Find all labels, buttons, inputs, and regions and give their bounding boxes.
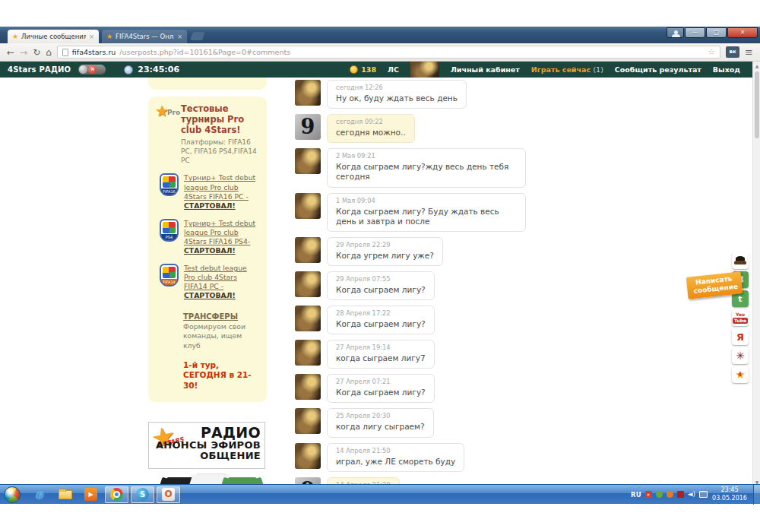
- show-desktop-button[interactable]: [753, 485, 760, 505]
- coins-count: 138: [361, 65, 376, 74]
- tray-antivirus-icon[interactable]: ×: [645, 491, 652, 498]
- favicon-star-icon: ★: [12, 33, 18, 40]
- chat-message: сегодня 12:26 Ну ок, буду ждать весь ден…: [295, 80, 532, 109]
- taskbar-explorer-icon[interactable]: [53, 486, 77, 504]
- nav-play-now[interactable]: Играть сейчас (1): [531, 65, 603, 74]
- menu-icon[interactable]: ≡: [745, 46, 753, 58]
- message-bubble: 27 Апреля 07:21 Когда сыграем лигу?: [327, 374, 435, 403]
- tournament-link[interactable]: Test debut league Pro club 4Stars FIFA14…: [184, 264, 247, 290]
- message-bubble: сегодня 09:22 сегодня можно..: [327, 114, 415, 143]
- tournament-link[interactable]: Турнир+ Test debut league Pro club 4Star…: [184, 219, 255, 245]
- user-avatar[interactable]: [295, 193, 321, 219]
- tray-volume-icon[interactable]: ◄): [688, 491, 695, 498]
- tab-close-icon[interactable]: ×: [177, 33, 182, 40]
- user-avatar[interactable]: [410, 62, 439, 78]
- start-button[interactable]: [4, 486, 21, 503]
- tab-fifa4stars[interactable]: ★ FIFA4Stars — Онлайн Ту ×: [102, 30, 187, 43]
- user-avatar[interactable]: [295, 80, 321, 106]
- network-icon[interactable]: [699, 491, 708, 498]
- vk-extension-icon[interactable]: вк: [726, 46, 739, 58]
- user-avatar[interactable]: [295, 408, 321, 434]
- nav-personal-cabinet[interactable]: Личный кабинет: [451, 65, 520, 74]
- ship-wheel-icon[interactable]: ✳: [732, 347, 749, 364]
- maximize-button[interactable]: □: [706, 27, 727, 38]
- nav-logout[interactable]: Выход: [713, 65, 740, 74]
- tournament-link[interactable]: Турнир+ Test debut league Pro club 4Star…: [184, 173, 255, 200]
- user-avatar[interactable]: 9: [295, 114, 321, 140]
- user-avatar[interactable]: [295, 271, 321, 297]
- taskbar-clock[interactable]: 23:45 03.05.2016: [711, 486, 748, 502]
- tab-messages[interactable]: ★ Личные сообщения Тем ×: [8, 30, 99, 43]
- banner-line: ОБЩЕНИЕ: [156, 451, 261, 461]
- site-header: 4Stars РАДИО × 23:45:06 138 ЛС Личный ка…: [0, 62, 760, 78]
- minimize-button[interactable]: —: [685, 27, 705, 38]
- back-icon[interactable]: ←: [7, 48, 14, 57]
- tournament-item: FIFA14 Test debut league Pro club 4Stars…: [160, 264, 260, 300]
- scroll-up-icon[interactable]: ▲: [753, 63, 760, 68]
- close-button[interactable]: ×: [727, 27, 758, 38]
- forward-icon[interactable]: →: [20, 48, 27, 57]
- language-indicator[interactable]: RU: [631, 491, 641, 499]
- message-text: Когда сыграем лигу?: [336, 319, 426, 329]
- address-bar[interactable]: fifa4stars.ru /userposts.php?id=10161&Pa…: [57, 46, 720, 59]
- pro-club-logo-icon: ★ Pro: [155, 104, 181, 135]
- page-scrollbar[interactable]: ▲ ▼: [752, 62, 760, 486]
- tab-title: Личные сообщения Тем: [21, 33, 86, 40]
- tournament-title: Тестовые турниры Pro club 4Stars!: [181, 104, 260, 135]
- taskbar-mediaplayer-icon[interactable]: ▶: [79, 486, 103, 504]
- profile-button[interactable]: [667, 27, 684, 38]
- message-bubble: 2 Мая 09:21 Когда сыграем лигу?жду весь …: [327, 148, 526, 187]
- tab-strip: ★ Личные сообщения Тем × ★ FIFA4Stars — …: [0, 27, 760, 43]
- transfers-link[interactable]: ТРАНСФЕРЫ: [183, 312, 238, 321]
- coins-balance[interactable]: 138: [350, 65, 376, 74]
- user-avatar[interactable]: [295, 237, 321, 263]
- message-bubble: 14 Апреля 21:50 играл, уже ЛЕ смореть бу…: [327, 443, 464, 472]
- message-text: Когда сыграем лигу? Буду ждать весь день…: [336, 207, 517, 226]
- refresh-icon[interactable]: ↻: [33, 48, 40, 57]
- captain-hat-icon[interactable]: [732, 252, 749, 269]
- chat-message: 29 Апреля 07:55 Когда сыграем лигу?: [295, 271, 532, 300]
- tray-red-icon[interactable]: [677, 491, 684, 498]
- radio-stop-icon[interactable]: ×: [88, 65, 97, 74]
- new-tab-button[interactable]: [190, 32, 205, 40]
- user-avatar[interactable]: [295, 443, 321, 469]
- taskbar-ie-icon[interactable]: e: [27, 486, 51, 504]
- home-icon[interactable]: ⌂: [46, 48, 52, 57]
- favicon-star-icon: ★: [106, 33, 112, 40]
- nav-private-messages[interactable]: ЛС: [388, 65, 399, 74]
- radio-play-icon[interactable]: [79, 65, 87, 74]
- taskbar-chrome-icon[interactable]: [105, 486, 128, 503]
- message-text: когда лигу сыграем?: [336, 422, 425, 432]
- user-avatar[interactable]: [295, 340, 321, 366]
- tournament-status: СТАРТОВАЛ!: [184, 246, 236, 255]
- tab-close-icon[interactable]: ×: [89, 33, 94, 40]
- yandex-icon[interactable]: Я: [732, 328, 749, 345]
- bookmark-star-icon[interactable]: ☆: [708, 47, 715, 57]
- message-bubble: 1 Мая 09:04 Когда сыграем лигу? Буду жда…: [327, 193, 526, 232]
- message-date: сегодня 12:26: [336, 84, 458, 91]
- user-avatar[interactable]: [295, 148, 321, 174]
- taskbar-skype-icon[interactable]: S: [131, 486, 154, 503]
- clock-time: 23:45: [711, 486, 748, 494]
- message-bubble: 29 Апреля 22:29 Когда угрем лигу уже?: [327, 237, 443, 266]
- scrollbar-thumb[interactable]: [755, 71, 759, 138]
- nav-report-result[interactable]: Сообщить результат: [615, 65, 701, 74]
- message-text: когда сыграем лигу7: [336, 353, 426, 363]
- page-content: ★ Pro Тестовые турниры Pro club 4Stars! …: [0, 78, 760, 486]
- user-avatar[interactable]: [295, 306, 321, 331]
- coin-icon: [350, 65, 358, 74]
- tray-orange-icon[interactable]: [667, 491, 673, 498]
- youtube-icon[interactable]: You Tube: [732, 309, 749, 326]
- window-controls: — □ ×: [667, 27, 758, 38]
- sidebar: ★ Pro Тестовые турниры Pro club 4Stars! …: [148, 78, 267, 486]
- radio-player[interactable]: ×: [78, 65, 106, 74]
- tray-green-icon[interactable]: [656, 491, 663, 498]
- 4stars-icon[interactable]: ★4: [732, 366, 749, 383]
- taskbar-origin-icon[interactable]: O: [157, 486, 180, 503]
- radio-banner[interactable]: ★ 4 STARS РАДИО АНОНСЫ ЭФИРОВ ОБЩЕНИЕ: [148, 422, 265, 469]
- tournament-box: ★ Pro Тестовые турниры Pro club 4Stars! …: [148, 97, 267, 402]
- tournament-platforms: Платформы: FIFA16 PC, FIFA16 PS4,FIFA14 …: [181, 138, 260, 165]
- message-text: Ну ок, буду ждать весь день: [336, 93, 458, 103]
- user-avatar[interactable]: [295, 374, 321, 400]
- radio-brand: 4Stars РАДИО: [8, 65, 71, 74]
